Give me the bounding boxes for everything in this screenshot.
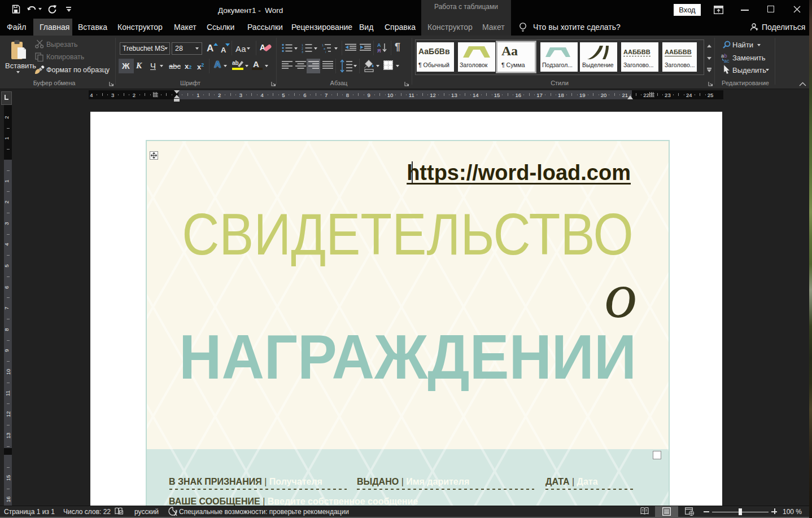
svg-text:А: А (377, 42, 381, 48)
svg-text:i: i (325, 50, 326, 54)
svg-text:3: 3 (302, 50, 303, 54)
svg-text:ab: ab (232, 60, 239, 66)
svg-text:ac: ac (724, 58, 730, 63)
svg-text:Я: Я (377, 48, 381, 53)
